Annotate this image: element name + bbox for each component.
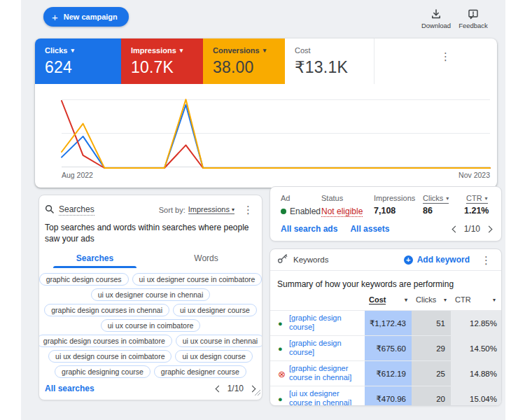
dropdown-arrow-icon: ▾ bbox=[446, 195, 449, 202]
searches-panel-title[interactable]: Searches bbox=[59, 204, 94, 216]
chip-row: graphic design courses in coimbatoreui u… bbox=[43, 335, 258, 347]
scorecard-conversions-label: Conversions bbox=[213, 46, 260, 55]
scorecard-clicks-label: Clicks bbox=[45, 46, 67, 55]
resize-handle-icon[interactable] bbox=[254, 386, 260, 398]
ads-links: All search ads All assets bbox=[281, 224, 389, 234]
removed-icon[interactable]: ⊗ bbox=[278, 369, 286, 378]
enabled-dot-icon[interactable]: ● bbox=[278, 319, 283, 327]
keyword-link[interactable]: [graphic design course] bbox=[289, 339, 363, 358]
keywords-panel: Keywords + Add keyword ⋮ Summary of how … bbox=[270, 248, 502, 406]
scorecard-row: Clicks▾ 624 Impressions▾ 10.7K Conversio… bbox=[35, 38, 497, 84]
tab-words-label: Words bbox=[194, 253, 218, 263]
sort-by-label: Sort by: bbox=[159, 206, 186, 214]
feedback-label: Feedback bbox=[458, 22, 488, 29]
search-term-chip[interactable]: ui ux designer course in coimbatore bbox=[132, 273, 262, 286]
keyword-link[interactable]: [ui ux designer course in chennai] bbox=[289, 389, 363, 406]
search-term-chip[interactable]: ui ux design course in coimbatore bbox=[48, 350, 172, 363]
enabled-dot-icon bbox=[281, 209, 286, 214]
scorecard-conversions-value: 38.00 bbox=[213, 58, 285, 77]
chip-row: graphic design coursesui ux designer cou… bbox=[43, 273, 258, 286]
keyword-cost-cell: ₹675.60 bbox=[365, 336, 412, 360]
col-header-cost[interactable]: Cost▾ bbox=[369, 295, 407, 304]
chart-line-conversions bbox=[62, 99, 490, 168]
all-assets-link[interactable]: All assets bbox=[350, 224, 389, 234]
ad-state[interactable]: Enabled bbox=[281, 206, 321, 216]
chart-line-impressions bbox=[62, 101, 490, 168]
col-header-clicks[interactable]: Clicks▾ bbox=[423, 194, 449, 204]
col-header-ctr[interactable]: CTR▾ bbox=[455, 295, 496, 304]
col-header-impressions: Impressions bbox=[374, 194, 415, 202]
x-axis-start-label: Aug 2022 bbox=[62, 171, 93, 179]
chip-row: graphic designing coursegraphic designer… bbox=[43, 365, 258, 378]
scorecard-clicks[interactable]: Clicks▾ 624 bbox=[35, 38, 121, 84]
dropdown-arrow-icon[interactable]: ▾ bbox=[71, 47, 74, 54]
search-term-chip[interactable]: graphic designing course bbox=[55, 365, 150, 378]
search-term-chip[interactable]: ui ux course in chennai bbox=[176, 335, 262, 347]
tab-words[interactable]: Words bbox=[150, 251, 262, 268]
keywords-table-header: Cost▾ Clicks▾ CTR▾ bbox=[270, 295, 501, 311]
chevron-left-icon[interactable] bbox=[451, 225, 458, 232]
dropdown-arrow-icon[interactable]: ▾ bbox=[263, 47, 267, 54]
sort-by-dropdown[interactable]: Impressions ▾ bbox=[188, 205, 234, 214]
performance-card: Clicks▾ 624 Impressions▾ 10.7K Conversio… bbox=[35, 38, 497, 188]
col-header-ad: Ad bbox=[281, 194, 290, 202]
scorecard-impressions-value: 10.7K bbox=[131, 58, 203, 77]
keywords-key-icon bbox=[277, 253, 288, 267]
search-terms-chip-cloud: graphic design coursesui ux designer cou… bbox=[39, 273, 262, 382]
dropdown-arrow-icon: ▾ bbox=[493, 297, 496, 303]
chevron-right-icon[interactable] bbox=[486, 225, 493, 232]
scorecard-cost[interactable]: Cost ₹13.1K bbox=[285, 38, 374, 84]
add-keyword-button[interactable]: + Add keyword bbox=[404, 255, 470, 265]
ad-ctr-value: 1.21% bbox=[464, 206, 489, 216]
keywords-kebab-menu[interactable]: ⋮ bbox=[478, 253, 494, 267]
search-term-chip[interactable]: ui ux course in coimbatore bbox=[101, 319, 201, 332]
keyword-clicks-cell: 29 bbox=[412, 336, 451, 360]
tab-searches-label: Searches bbox=[76, 253, 113, 263]
add-keyword-label: Add keyword bbox=[417, 255, 470, 265]
search-term-chip[interactable]: graphic design courses in coimbatore bbox=[39, 335, 172, 347]
all-search-ads-link[interactable]: All search ads bbox=[281, 224, 337, 234]
dropdown-arrow-icon: ▾ bbox=[232, 206, 234, 213]
enabled-dot-icon[interactable]: ● bbox=[278, 344, 283, 352]
tab-searches[interactable]: Searches bbox=[39, 251, 150, 268]
download-label: Download bbox=[421, 22, 451, 29]
scorecard-cost-value: ₹13.1K bbox=[295, 58, 374, 77]
search-term-chip[interactable]: graphic design courses in chennai bbox=[44, 304, 169, 316]
scorecard-impressions-label: Impressions bbox=[131, 46, 176, 55]
scorecard-impressions[interactable]: Impressions▾ 10.7K bbox=[121, 38, 203, 84]
new-campaign-button[interactable]: + New campaign bbox=[43, 7, 129, 27]
all-searches-link[interactable]: All searches bbox=[45, 384, 94, 393]
dropdown-arrow-icon: ▾ bbox=[485, 195, 488, 202]
col-header-status: Status bbox=[321, 194, 343, 202]
keyword-link[interactable]: [graphic designer course in chennai] bbox=[289, 364, 363, 384]
col-header-ctr[interactable]: CTR▾ bbox=[466, 194, 488, 204]
ad-state-label: Enabled bbox=[290, 206, 321, 216]
keyword-clicks-cell: 20 bbox=[412, 386, 451, 406]
chevron-left-icon[interactable] bbox=[215, 385, 222, 392]
keywords-panel-title: Keywords bbox=[293, 255, 329, 264]
keyword-row: ●[graphic design course]₹675.602914.50% bbox=[270, 336, 501, 361]
searches-pagination: 1/10 bbox=[216, 384, 255, 393]
ads-pagination: 1/10 bbox=[453, 224, 491, 234]
search-term-chip[interactable]: ui ux designer course in chennai bbox=[91, 288, 211, 301]
keyword-link[interactable]: [graphic design course] bbox=[289, 314, 363, 333]
search-term-chip[interactable]: graphic designer course bbox=[154, 365, 246, 378]
keywords-panel-header: Keywords + Add keyword ⋮ bbox=[270, 249, 501, 271]
dropdown-arrow-icon: ▾ bbox=[405, 297, 407, 303]
download-button[interactable]: Download bbox=[418, 8, 454, 29]
dropdown-arrow-icon[interactable]: ▾ bbox=[180, 47, 183, 54]
enabled-dot-icon[interactable]: ● bbox=[278, 395, 283, 402]
chart-kebab-menu[interactable]: ⋮ bbox=[438, 50, 454, 63]
keyword-cost-cell: ₹1,172.43 bbox=[365, 311, 412, 335]
scorecard-conversions[interactable]: Conversions▾ 38.00 bbox=[203, 38, 285, 84]
search-term-chip[interactable]: graphic design courses bbox=[39, 273, 129, 286]
chip-row: graphic design courses in chennaiui ux d… bbox=[43, 304, 258, 316]
chart-line-clicks bbox=[62, 105, 490, 168]
search-term-chip[interactable]: ui ux designer course bbox=[173, 304, 257, 316]
searches-kebab-menu[interactable]: ⋮ bbox=[240, 203, 256, 216]
keyword-ctr-cell: 14.50% bbox=[451, 336, 502, 360]
feedback-button[interactable]: Feedback bbox=[455, 8, 491, 29]
ad-status-value[interactable]: Not eligible bbox=[321, 206, 363, 217]
search-term-chip[interactable]: ui ux design course bbox=[175, 350, 252, 363]
col-header-clicks[interactable]: Clicks▾ bbox=[416, 295, 447, 304]
